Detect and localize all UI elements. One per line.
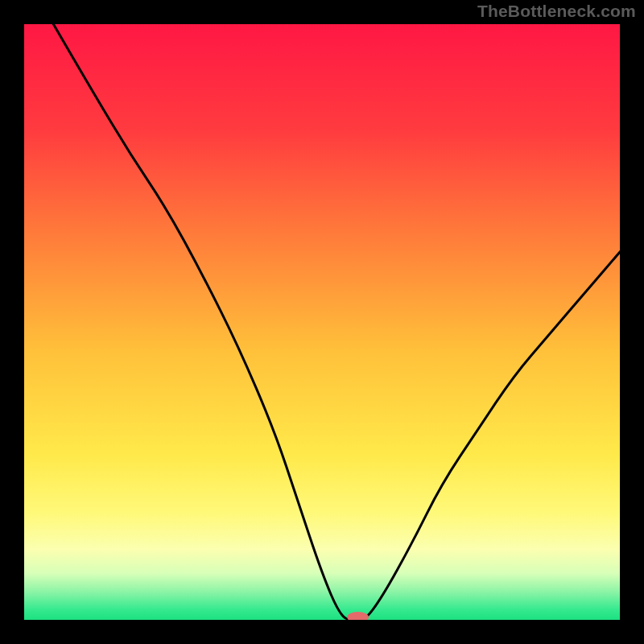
chart-container: TheBottleneck.com: [0, 0, 644, 644]
attribution-text: TheBottleneck.com: [477, 2, 636, 21]
chart-plot-bg: [23, 23, 621, 621]
bottleneck-chart: [0, 0, 644, 644]
